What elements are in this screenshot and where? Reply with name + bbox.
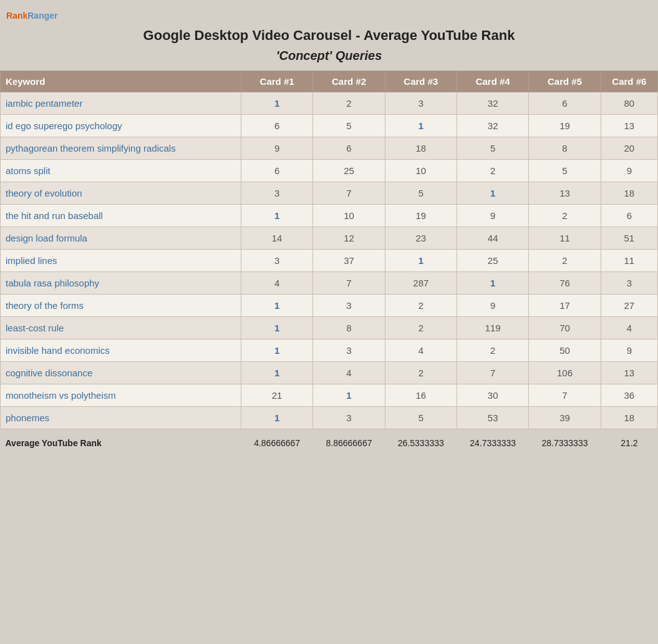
col-keyword: Keyword (1, 71, 241, 92)
cell-value: 11 (601, 250, 657, 272)
cell-value: 1 (241, 205, 312, 227)
cell-value: 17 (529, 295, 601, 317)
cell-value: 6 (529, 92, 601, 115)
cell-value: 5 (313, 115, 385, 137)
table-row: theory of the forms13291727 (1, 295, 658, 317)
data-table: Keyword Card #1 Card #2 Card #3 Card #4 … (0, 71, 658, 457)
cell-value: 25 (457, 250, 528, 272)
footer-avg-c4: 24.7333333 (457, 429, 528, 457)
table-row: implied lines337125211 (1, 250, 658, 272)
table-row: tabula rasa philosophy472871763 (1, 272, 658, 295)
table-row: pythagorean theorem simplifying radicals… (1, 137, 658, 160)
col-card5: Card #5 (529, 71, 601, 92)
cell-value: 32 (457, 115, 528, 137)
table-row: atoms split62510259 (1, 160, 658, 182)
cell-value: 9 (601, 160, 657, 182)
footer-row: Average YouTube Rank 4.86666667 8.866666… (1, 429, 658, 457)
cell-value: 7 (457, 362, 528, 384)
cell-value: 5 (529, 160, 601, 182)
cell-value: 106 (529, 362, 601, 384)
brand-ranger: Ranger (27, 11, 57, 21)
cell-value: 2 (457, 339, 528, 362)
cell-value: 7 (313, 182, 385, 205)
cell-value: 25 (313, 160, 385, 182)
table-row: cognitive dissonance142710613 (1, 362, 658, 384)
cell-value: 1 (385, 250, 457, 272)
cell-keyword: theory of evolution (1, 182, 241, 205)
cell-value: 3 (313, 295, 385, 317)
cell-value: 13 (601, 362, 657, 384)
cell-value: 3 (241, 182, 312, 205)
cell-value: 18 (601, 407, 657, 429)
footer-avg-c1: 4.86666667 (241, 429, 312, 457)
cell-value: 1 (313, 384, 385, 407)
cell-value: 80 (601, 92, 657, 115)
cell-value: 1 (385, 115, 457, 137)
cell-value: 9 (241, 137, 312, 160)
cell-keyword: the hit and run baseball (1, 205, 241, 227)
table-row: monotheism vs polytheism2111630736 (1, 384, 658, 407)
table-row: phonemes135533918 (1, 407, 658, 429)
cell-value: 3 (313, 407, 385, 429)
cell-value: 7 (529, 384, 601, 407)
cell-value: 2 (385, 317, 457, 339)
cell-value: 6 (313, 137, 385, 160)
cell-value: 3 (241, 250, 312, 272)
col-card1: Card #1 (241, 71, 312, 92)
cell-value: 2 (385, 362, 457, 384)
cell-value: 10 (385, 160, 457, 182)
cell-value: 5 (385, 407, 457, 429)
cell-keyword: pythagorean theorem simplifying radicals (1, 137, 241, 160)
brand: RankRanger (0, 6, 658, 21)
cell-value: 1 (241, 92, 312, 115)
footer-avg-c2: 8.86666667 (313, 429, 385, 457)
cell-value: 2 (457, 160, 528, 182)
cell-value: 39 (529, 407, 601, 429)
cell-value: 44 (457, 227, 528, 250)
cell-value: 3 (313, 339, 385, 362)
cell-value: 9 (457, 205, 528, 227)
col-card6: Card #6 (601, 71, 657, 92)
cell-value: 12 (313, 227, 385, 250)
cell-value: 119 (457, 317, 528, 339)
cell-keyword: monotheism vs polytheism (1, 384, 241, 407)
cell-value: 70 (529, 317, 601, 339)
cell-value: 36 (601, 384, 657, 407)
cell-value: 18 (385, 137, 457, 160)
table-row: theory of evolution37511318 (1, 182, 658, 205)
cell-value: 23 (385, 227, 457, 250)
cell-value: 37 (313, 250, 385, 272)
cell-value: 1 (241, 317, 312, 339)
cell-value: 32 (457, 92, 528, 115)
cell-keyword: atoms split (1, 160, 241, 182)
cell-value: 4 (601, 317, 657, 339)
cell-value: 8 (529, 137, 601, 160)
cell-value: 9 (601, 339, 657, 362)
cell-value: 27 (601, 295, 657, 317)
cell-value: 1 (457, 272, 528, 295)
cell-value: 18 (601, 182, 657, 205)
cell-keyword: iambic pentameter (1, 92, 241, 115)
cell-value: 50 (529, 339, 601, 362)
cell-keyword: design load formula (1, 227, 241, 250)
cell-value: 6 (241, 115, 312, 137)
col-card3: Card #3 (385, 71, 457, 92)
cell-keyword: phonemes (1, 407, 241, 429)
cell-value: 8 (313, 317, 385, 339)
cell-value: 3 (385, 92, 457, 115)
table-row: id ego superego psychology651321913 (1, 115, 658, 137)
cell-value: 5 (457, 137, 528, 160)
cell-value: 2 (313, 92, 385, 115)
cell-value: 1 (457, 182, 528, 205)
cell-keyword: id ego superego psychology (1, 115, 241, 137)
cell-value: 11 (529, 227, 601, 250)
cell-keyword: cognitive dissonance (1, 362, 241, 384)
sub-title: 'Concept' Queries (0, 46, 658, 71)
table-row: the hit and run baseball11019926 (1, 205, 658, 227)
cell-value: 30 (457, 384, 528, 407)
cell-value: 6 (601, 205, 657, 227)
table-row: design load formula141223441151 (1, 227, 658, 250)
cell-value: 13 (601, 115, 657, 137)
cell-value: 16 (385, 384, 457, 407)
cell-value: 1 (241, 295, 312, 317)
